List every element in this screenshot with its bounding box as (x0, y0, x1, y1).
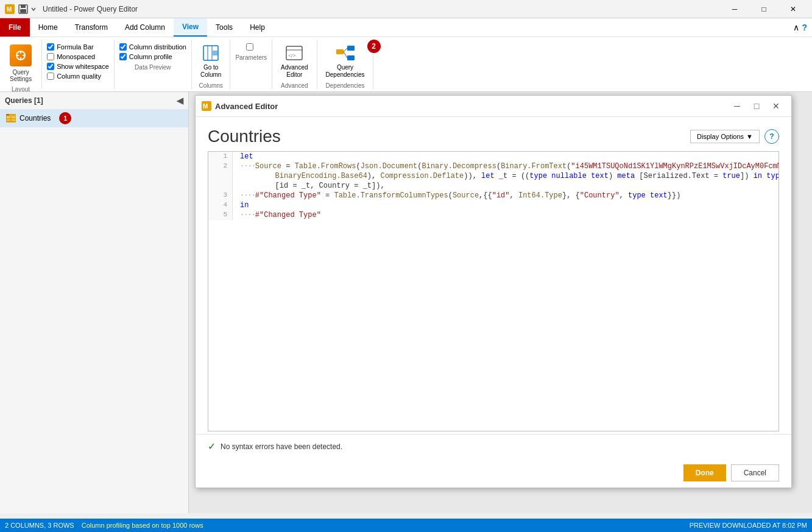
tab-help[interactable]: Help (241, 18, 274, 37)
sidebar-collapse-btn[interactable]: ◀ (177, 96, 183, 105)
advanced-editor-icon: </> (284, 43, 304, 63)
svg-rect-19 (7, 116, 15, 116)
status-message: No syntax errors have been detected. (221, 442, 342, 451)
tab-tools[interactable]: Tools (207, 18, 241, 37)
preview-info: PREVIEW DOWNLOADED AT 8:02 PM (690, 522, 807, 529)
go-to-column-btn[interactable]: Go toColumn (197, 41, 225, 81)
ribbon-group-layout: QuerySettings Layout (0, 40, 42, 89)
check-icon: ✓ (208, 441, 216, 452)
ribbon-group-columns: Go toColumn Columns (192, 40, 230, 89)
dialog-query-name: Countries (208, 127, 281, 146)
go-to-column-label: Go toColumn (200, 64, 221, 79)
dialog-icon: M (202, 101, 211, 111)
dialog-minimize-btn[interactable]: ─ (728, 99, 746, 114)
svg-rect-21 (7, 117, 10, 118)
parameters-group-label: Parameters (235, 53, 267, 61)
title-bar: M Untitled - Power Query Editor ─ □ ✕ (0, 0, 812, 18)
monospaced-check[interactable]: Monospaced (47, 53, 109, 60)
svg-rect-4 (20, 9, 26, 13)
svg-rect-13 (336, 49, 344, 54)
advanced-group-label: Advanced (281, 81, 308, 89)
advanced-editor-btn[interactable]: </> AdvancedEditor (277, 41, 311, 81)
sidebar-item-countries[interactable]: Countries 1 (0, 109, 188, 127)
svg-line-16 (344, 48, 347, 52)
query-dependencies-icon (336, 43, 355, 63)
tab-add-column[interactable]: Add Column (116, 18, 174, 37)
dialog-help-btn[interactable]: ? (764, 129, 779, 144)
formula-bar-check[interactable]: Formula Bar (47, 43, 109, 51)
show-whitespace-label: Show whitespace (57, 63, 109, 70)
dialog-footer: Done Cancel (196, 458, 791, 488)
code-line-2c: [id = _t, Country = _t]), (208, 181, 778, 191)
query-settings-icon (10, 44, 32, 66)
dialog-header: Countries 3 Display Options ▼ ? (196, 117, 791, 151)
advanced-editor-dialog: M Advanced Editor ─ □ ✕ Countries 3 Disp… (195, 95, 792, 488)
tab-home[interactable]: Home (30, 18, 66, 37)
code-line-4: 4 in (208, 200, 778, 210)
code-editor-empty-space (208, 220, 778, 415)
code-line-3: 3 ····#"Changed Type" = Table.TransformC… (208, 191, 778, 200)
code-line-5: 5 ····#"Changed Type" (208, 210, 778, 220)
svg-rect-3 (21, 5, 26, 8)
dependencies-group-label: Dependencies (326, 81, 365, 89)
dialog-title-bar: M Advanced Editor ─ □ ✕ (196, 96, 791, 117)
column-row-info: 2 COLUMNS, 3 ROWS (5, 522, 74, 529)
close-btn[interactable]: ✕ (779, 0, 807, 18)
cancel-button[interactable]: Cancel (731, 464, 779, 481)
show-whitespace-check[interactable]: Show whitespace (47, 63, 109, 70)
dialog-status-footer: ✓ No syntax errors have been detected. (196, 434, 791, 458)
tab-file[interactable]: File (0, 18, 30, 37)
badge-1: 1 (59, 112, 71, 124)
title-text: Untitled - Power Query Editor (43, 5, 721, 13)
tab-view[interactable]: View (174, 18, 207, 37)
done-button[interactable]: Done (683, 464, 726, 481)
code-line-2b: BinaryEncoding.Base64), Compression.Defl… (208, 171, 778, 181)
tab-transform[interactable]: Transform (66, 18, 116, 37)
ribbon-group-advanced: </> AdvancedEditor Advanced (272, 40, 317, 89)
data-preview-group-label: Data Preview (119, 63, 186, 71)
advanced-editor-label: AdvancedEditor (281, 64, 308, 79)
help-icon-btn[interactable]: ? (802, 23, 807, 32)
query-settings-btn[interactable]: QuerySettings (7, 42, 34, 85)
svg-text:</>: </> (288, 52, 296, 59)
ribbon-group-data-preview: Column distribution Column profile Data … (115, 40, 192, 89)
maximize-btn[interactable]: □ (750, 0, 778, 18)
svg-text:M: M (7, 6, 12, 13)
display-options-btn[interactable]: Display Options ▼ (690, 130, 760, 143)
always-allow-check[interactable] (246, 43, 256, 51)
layout-checks-group-label (47, 82, 109, 83)
sidebar-header: Queries [1] ◀ (0, 92, 188, 109)
ribbon-content: QuerySettings Layout Formula Bar Monospa… (0, 37, 812, 91)
column-profile-label: Column profile (129, 53, 172, 60)
profiling-info: Column profiling based on top 1000 rows (82, 522, 203, 529)
minimize-btn[interactable]: ─ (721, 0, 749, 18)
formula-bar-label: Formula Bar (57, 43, 94, 51)
save-icon[interactable] (18, 4, 28, 14)
countries-label: Countries (19, 114, 51, 122)
svg-line-17 (344, 52, 347, 58)
dialog-title: Advanced Editor (215, 102, 728, 111)
app-body: Queries [1] ◀ Countries 1 (0, 92, 812, 513)
column-distribution-label: Column distribution (129, 43, 186, 51)
query-dependencies-btn[interactable]: QueryDependencies (322, 41, 369, 81)
dialog-close-btn[interactable]: ✕ (767, 99, 785, 114)
monospaced-label: Monospaced (57, 53, 95, 60)
sidebar: Queries [1] ◀ Countries 1 (0, 92, 189, 513)
code-editor[interactable]: 1 let 2 ····Source = Table.FromRows(Json… (208, 151, 779, 431)
column-quality-check[interactable]: Column quality (47, 73, 109, 80)
quick-access-arrow[interactable] (30, 4, 37, 14)
main-content: M Advanced Editor ─ □ ✕ Countries 3 Disp… (189, 92, 812, 513)
query-settings-label: QuerySettings (10, 69, 32, 82)
queries-title: Queries [1] (5, 96, 43, 105)
badge-2: 2 (367, 40, 381, 53)
query-dependencies-label: QueryDependencies (326, 64, 365, 79)
ribbon-collapse-btn[interactable]: ∧ (793, 23, 799, 32)
svg-rect-9 (213, 51, 217, 55)
columns-group-label: Columns (199, 81, 222, 89)
svg-text:M: M (203, 103, 208, 110)
column-distribution-check[interactable]: Column distribution (119, 43, 186, 51)
column-profile-check[interactable]: Column profile (119, 53, 186, 60)
code-line-2: 2 ····Source = Table.FromRows(Json.Docum… (208, 161, 778, 171)
dialog-restore-btn[interactable]: □ (747, 99, 766, 114)
ribbon-group-dependencies: QueryDependencies 2 Dependencies (317, 40, 374, 89)
